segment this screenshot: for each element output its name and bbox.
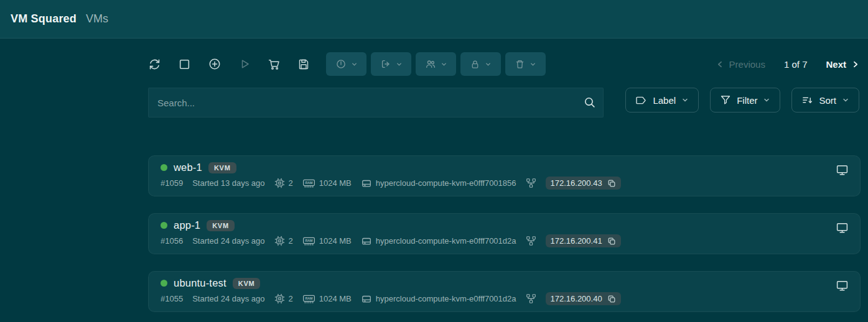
network-icon (526, 293, 536, 304)
network-icon (526, 236, 536, 246)
lock-dropdown-button[interactable] (460, 52, 501, 76)
ip-chip[interactable]: 172.16.200.43 (546, 177, 621, 190)
chevron-down-icon (842, 96, 849, 104)
svg-text:RAM: RAM (305, 297, 313, 300)
vm-host: hypercloud-compute-kvm-e0fff7001d2a (376, 236, 516, 246)
vm-squared-app: VM Squared VMs (0, 0, 868, 322)
copy-icon[interactable] (607, 237, 616, 246)
trash-icon (515, 59, 525, 70)
brand-title: VM Squared (11, 12, 77, 25)
chevron-down-icon (485, 61, 492, 68)
users-icon (425, 58, 436, 70)
delete-dropdown-button[interactable] (505, 52, 546, 76)
filter-button-text: Filter (737, 95, 757, 106)
vm-started: Started 13 days ago (192, 178, 264, 188)
tag-icon (635, 96, 647, 105)
app-header: VM Squared VMs (0, 0, 868, 39)
ip-chip[interactable]: 172.16.200.40 (546, 292, 621, 305)
copy-icon[interactable] (607, 179, 616, 188)
refresh-icon[interactable] (148, 58, 161, 71)
toolbar: Previous 1 of 7 Next (148, 52, 859, 76)
console-icon[interactable] (836, 221, 849, 234)
pagination: Previous 1 of 7 Next (716, 59, 859, 70)
page-title: VMs (86, 12, 108, 25)
svg-text:RAM: RAM (305, 239, 313, 242)
chevron-down-icon (441, 61, 447, 68)
cpu-icon (274, 293, 285, 304)
next-page-button[interactable]: Next (826, 59, 859, 70)
vm-id: #1059 (161, 178, 183, 188)
ram-icon: RAM (302, 294, 315, 304)
stop-icon[interactable] (178, 58, 191, 71)
label-button-text: Label (653, 95, 676, 106)
ram-icon: RAM (302, 178, 315, 188)
vm-started: Started 24 days ago (192, 236, 264, 246)
play-icon[interactable] (238, 58, 251, 70)
vm-cpus: 2 (289, 178, 293, 188)
vm-name[interactable]: app-1 (174, 219, 200, 231)
sort-icon (801, 94, 813, 106)
vm-name[interactable]: web-1 (174, 162, 202, 173)
vm-id: #1055 (161, 294, 183, 303)
ip-chip[interactable]: 172.16.200.41 (546, 234, 621, 247)
lock-icon (470, 59, 480, 70)
page-status: 1 of 7 (784, 59, 808, 70)
filter-buttons: Label Filter So (625, 88, 859, 113)
vm-cpus: 2 (289, 294, 293, 303)
filter-button[interactable]: Filter (710, 88, 780, 113)
console-icon[interactable] (836, 279, 849, 292)
search-filter-row: Label Filter So (148, 88, 859, 117)
power-dropdown-button[interactable] (326, 52, 366, 76)
next-label: Next (826, 59, 846, 70)
label-button[interactable]: Label (625, 88, 699, 113)
vm-row-app-1[interactable]: app-1 KVM #1056 Started 24 days ago 2 (148, 213, 861, 254)
add-icon[interactable] (208, 57, 222, 71)
users-dropdown-button[interactable] (416, 52, 456, 76)
svg-text:RAM: RAM (305, 181, 313, 185)
vm-memory: 1024 MB (319, 236, 352, 246)
sort-button[interactable]: Sort (791, 88, 859, 113)
vm-ip: 172.16.200.43 (551, 178, 602, 188)
vm-memory: 1024 MB (319, 178, 352, 188)
vm-memory: 1024 MB (319, 294, 352, 303)
toolbar-dropdown-actions (326, 52, 546, 76)
copy-icon[interactable] (607, 295, 616, 303)
save-icon[interactable] (297, 58, 310, 70)
ram-icon: RAM (302, 236, 315, 246)
host-drive-icon (361, 236, 372, 247)
vm-ip: 172.16.200.41 (551, 236, 602, 246)
previous-page-button[interactable]: Previous (716, 59, 765, 70)
migrate-dropdown-button[interactable] (371, 52, 411, 76)
chevron-right-icon (851, 60, 859, 68)
vm-type-badge: KVM (208, 162, 236, 173)
cpu-icon (274, 178, 285, 188)
chevron-down-icon (351, 61, 358, 68)
vm-type-badge: KVM (207, 220, 235, 231)
cart-icon[interactable] (268, 58, 281, 71)
status-dot (161, 280, 167, 287)
chevron-left-icon (716, 60, 724, 68)
power-icon (335, 58, 347, 70)
status-dot (161, 222, 167, 229)
vm-started: Started 24 days ago (192, 294, 264, 303)
vm-id: #1056 (161, 236, 183, 246)
toolbar-action-icons (148, 57, 310, 71)
vm-row-web-1[interactable]: web-1 KVM #1059 Started 13 days ago 2 (148, 155, 861, 196)
chevron-down-icon (396, 61, 403, 68)
console-icon[interactable] (836, 163, 849, 177)
previous-label: Previous (729, 59, 765, 70)
vm-list: web-1 KVM #1059 Started 13 days ago 2 (148, 155, 861, 322)
vm-ip: 172.16.200.40 (551, 294, 602, 303)
search-input[interactable] (148, 88, 604, 117)
vm-type-badge: KVM (233, 278, 261, 289)
migrate-icon (380, 58, 391, 70)
chevron-down-icon (681, 96, 689, 104)
vm-cpus: 2 (289, 236, 293, 246)
vm-row-ubuntu-test[interactable]: ubuntu-test KVM #1055 Started 24 days ag… (148, 271, 861, 312)
vm-name[interactable]: ubuntu-test (174, 277, 226, 289)
host-drive-icon (361, 178, 372, 189)
status-dot (161, 164, 167, 171)
sort-button-text: Sort (819, 95, 836, 106)
vm-host: hypercloud-compute-kvm-e0fff7001d2a (376, 294, 516, 303)
funnel-icon (720, 94, 731, 106)
